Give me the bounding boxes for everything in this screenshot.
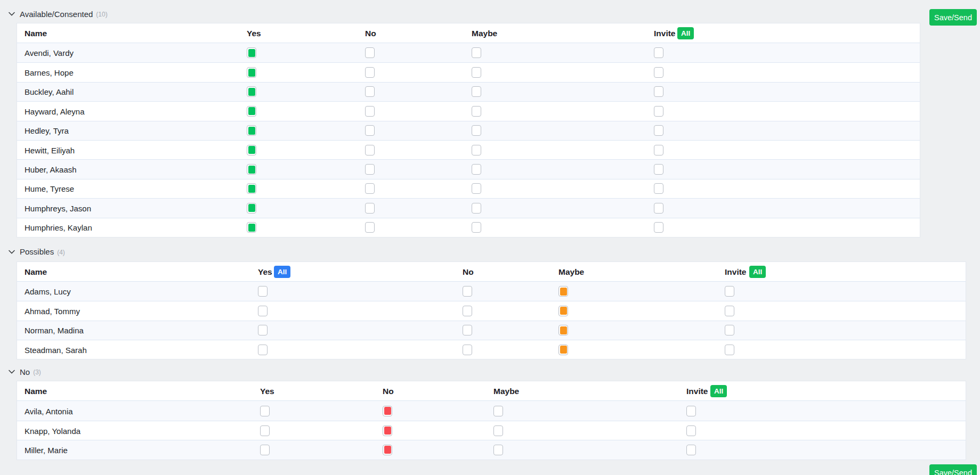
maybe-checkbox[interactable] (493, 406, 503, 416)
person-name: Huber, Akaash (25, 165, 77, 174)
invite-all-button[interactable]: All (677, 27, 694, 39)
yes-checkbox[interactable] (247, 164, 256, 175)
no-checkbox[interactable] (365, 183, 375, 194)
chevron-down-icon[interactable] (9, 250, 15, 254)
yes-checkbox[interactable] (247, 222, 256, 233)
person-name: Hewitt, Eiliyah (25, 145, 75, 154)
yes-checkbox[interactable] (258, 306, 268, 316)
column-header-no: No (383, 381, 394, 401)
table-row: Hedley, Tyra (17, 121, 920, 140)
yes-checkbox[interactable] (247, 203, 256, 214)
yes-checkbox[interactable] (247, 125, 256, 136)
maybe-checkbox[interactable] (472, 67, 481, 78)
maybe-checkbox[interactable] (472, 203, 481, 214)
no-checkbox[interactable] (463, 286, 472, 297)
invite-checkbox[interactable] (725, 345, 734, 355)
invite-all-button[interactable]: All (749, 266, 766, 278)
no-checkbox[interactable] (365, 164, 375, 175)
yes-checkbox[interactable] (247, 145, 256, 155)
yes-checkbox[interactable] (247, 47, 256, 58)
no-checkbox[interactable] (365, 145, 375, 155)
no-checkbox[interactable] (365, 67, 375, 78)
yes-checkbox[interactable] (260, 406, 270, 416)
person-name: Hayward, Aleyna (25, 107, 85, 116)
invite-checkbox[interactable] (654, 183, 663, 194)
invite-checkbox[interactable] (654, 222, 663, 233)
invite-checkbox[interactable] (654, 47, 663, 58)
invite-checkbox[interactable] (725, 306, 734, 316)
no-checkbox[interactable] (383, 406, 392, 416)
invite-checkbox[interactable] (654, 164, 663, 175)
yes-checkbox[interactable] (247, 67, 256, 78)
no-checkbox[interactable] (463, 325, 472, 335)
column-header-yes: Yes (260, 381, 274, 401)
maybe-checkbox[interactable] (558, 325, 568, 335)
no-checkbox[interactable] (383, 445, 392, 455)
maybe-checkbox[interactable] (472, 183, 481, 194)
yes-all-button[interactable]: All (274, 266, 290, 278)
chevron-down-icon[interactable] (9, 370, 15, 374)
person-name: Steadman, Sarah (25, 345, 87, 354)
yes-checkbox[interactable] (258, 286, 268, 297)
maybe-checkbox[interactable] (472, 106, 481, 117)
no-checkbox[interactable] (383, 425, 392, 436)
yes-checkbox[interactable] (258, 325, 268, 335)
invite-all-button[interactable]: All (710, 385, 727, 397)
table-header-row: Name Yes No Maybe Invite All (17, 23, 920, 43)
invite-checkbox[interactable] (654, 86, 663, 97)
save-send-button-bottom[interactable]: Save/Send (929, 464, 977, 475)
save-send-button-top[interactable]: Save/Send (929, 9, 977, 26)
maybe-checkbox[interactable] (472, 86, 481, 97)
invite-checkbox[interactable] (654, 145, 663, 155)
available-consented-table: Name Yes No Maybe Invite All Avendi, Var… (17, 23, 920, 238)
maybe-checkbox[interactable] (493, 445, 503, 455)
section-title: Possibles (20, 247, 54, 256)
section-title: No (20, 367, 30, 376)
maybe-checkbox[interactable] (472, 125, 481, 136)
yes-checkbox[interactable] (260, 425, 270, 436)
no-checkbox[interactable] (365, 47, 375, 58)
yes-checkbox[interactable] (247, 86, 256, 97)
section-count: (3) (33, 368, 41, 376)
person-name: Humphries, Kaylan (25, 223, 92, 232)
no-checkbox[interactable] (463, 306, 472, 316)
column-header-maybe: Maybe (472, 23, 497, 43)
no-checkbox[interactable] (365, 86, 375, 97)
maybe-checkbox[interactable] (472, 47, 481, 58)
no-checkbox[interactable] (365, 106, 375, 117)
invite-checkbox[interactable] (654, 67, 663, 78)
yes-checkbox[interactable] (247, 106, 256, 117)
invite-checkbox[interactable] (654, 203, 663, 214)
maybe-checkbox[interactable] (472, 145, 481, 155)
no-checkbox[interactable] (365, 222, 375, 233)
section-header-no: No (3) (9, 367, 980, 376)
no-checkbox[interactable] (365, 125, 375, 136)
invite-checkbox[interactable] (686, 425, 696, 436)
maybe-checkbox[interactable] (558, 345, 568, 355)
table-row: Knapp, Yolanda (17, 421, 966, 440)
maybe-checkbox[interactable] (493, 425, 503, 436)
invite-checkbox[interactable] (725, 286, 734, 297)
yes-checkbox[interactable] (258, 345, 268, 355)
table-row: Avendi, Vardy (17, 43, 920, 62)
maybe-checkbox[interactable] (558, 286, 568, 297)
yes-checkbox[interactable] (247, 183, 256, 194)
invite-checkbox[interactable] (725, 325, 734, 335)
section-count: (4) (57, 249, 65, 256)
no-checkbox[interactable] (365, 203, 375, 214)
no-checkbox[interactable] (463, 345, 472, 355)
table-row: Miller, Marie (17, 440, 966, 459)
invite-checkbox[interactable] (654, 125, 663, 136)
person-name: Ahmad, Tommy (25, 306, 80, 315)
chevron-down-icon[interactable] (9, 12, 15, 16)
person-name: Humphreys, Jason (25, 203, 91, 212)
yes-checkbox[interactable] (260, 445, 270, 455)
maybe-checkbox[interactable] (472, 164, 481, 175)
maybe-checkbox[interactable] (558, 306, 568, 316)
column-header-no: No (463, 262, 474, 282)
invite-checkbox[interactable] (686, 445, 696, 455)
invite-checkbox[interactable] (686, 406, 696, 416)
invite-checkbox[interactable] (654, 106, 663, 117)
table-row: Humphries, Kaylan (17, 218, 920, 237)
maybe-checkbox[interactable] (472, 222, 481, 233)
